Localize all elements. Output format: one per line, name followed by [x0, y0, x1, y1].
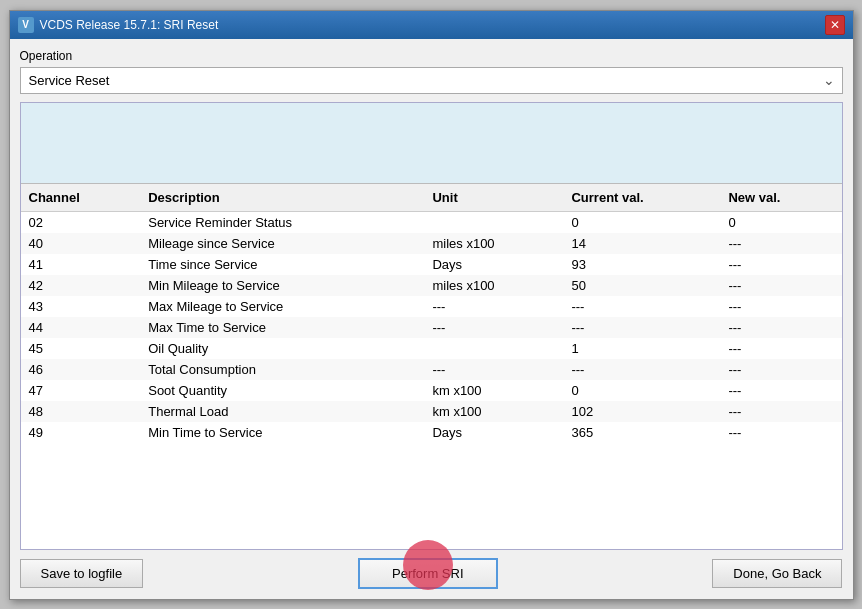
table-row: 49 Min Time to Service Days 365 --- — [21, 422, 842, 443]
cell-current: 50 — [563, 275, 720, 296]
cell-current: 1 — [563, 338, 720, 359]
cell-new: --- — [720, 317, 841, 338]
cell-channel: 41 — [21, 254, 141, 275]
table-row: 44 Max Time to Service --- --- --- — [21, 317, 842, 338]
cell-description: Max Mileage to Service — [140, 296, 424, 317]
table-row: 40 Mileage since Service miles x100 14 -… — [21, 233, 842, 254]
cell-channel: 45 — [21, 338, 141, 359]
cell-unit — [424, 338, 563, 359]
cell-channel: 47 — [21, 380, 141, 401]
cell-current: 0 — [563, 211, 720, 233]
table-row: 02 Service Reminder Status 0 0 — [21, 211, 842, 233]
operation-section: Operation Service Reset ⌄ — [20, 49, 843, 94]
main-window: V VCDS Release 15.7.1: SRI Reset ✕ Opera… — [9, 10, 854, 600]
top-spacer — [21, 103, 842, 183]
cell-new: --- — [720, 275, 841, 296]
cell-channel: 43 — [21, 296, 141, 317]
cell-new: --- — [720, 401, 841, 422]
cell-channel: 02 — [21, 211, 141, 233]
table-row: 41 Time since Service Days 93 --- — [21, 254, 842, 275]
cell-description: Time since Service — [140, 254, 424, 275]
table-row: 46 Total Consumption --- --- --- — [21, 359, 842, 380]
cell-unit: Days — [424, 254, 563, 275]
table-row: 42 Min Mileage to Service miles x100 50 … — [21, 275, 842, 296]
cell-channel: 48 — [21, 401, 141, 422]
table-container[interactable]: Channel Description Unit Current val. Ne… — [21, 183, 842, 549]
cell-description: Mileage since Service — [140, 233, 424, 254]
cell-new: 0 — [720, 211, 841, 233]
cell-current: 0 — [563, 380, 720, 401]
table-row: 47 Soot Quantity km x100 0 --- — [21, 380, 842, 401]
cell-current: --- — [563, 359, 720, 380]
data-table: Channel Description Unit Current val. Ne… — [21, 184, 842, 443]
operation-label: Operation — [20, 49, 843, 63]
cell-unit: km x100 — [424, 380, 563, 401]
cell-channel: 40 — [21, 233, 141, 254]
table-row: 48 Thermal Load km x100 102 --- — [21, 401, 842, 422]
cell-current: 14 — [563, 233, 720, 254]
cell-new: --- — [720, 380, 841, 401]
table-row: 45 Oil Quality 1 --- — [21, 338, 842, 359]
app-icon: V — [18, 17, 34, 33]
cell-new: --- — [720, 296, 841, 317]
cell-current: 365 — [563, 422, 720, 443]
perform-btn-wrapper: Perform SRI — [358, 558, 498, 589]
cell-unit: --- — [424, 296, 563, 317]
cell-current: 102 — [563, 401, 720, 422]
perform-sri-button[interactable]: Perform SRI — [358, 558, 498, 589]
cell-description: Oil Quality — [140, 338, 424, 359]
window-body: Operation Service Reset ⌄ Channel Descri… — [10, 39, 853, 599]
cell-new: --- — [720, 254, 841, 275]
cell-unit: --- — [424, 359, 563, 380]
cell-description: Total Consumption — [140, 359, 424, 380]
footer-buttons: Save to logfile Perform SRI Done, Go Bac… — [20, 558, 843, 589]
col-current: Current val. — [563, 184, 720, 212]
window-title: VCDS Release 15.7.1: SRI Reset — [40, 18, 219, 32]
save-logfile-button[interactable]: Save to logfile — [20, 559, 144, 588]
cell-description: Max Time to Service — [140, 317, 424, 338]
close-button[interactable]: ✕ — [825, 15, 845, 35]
cell-unit: Days — [424, 422, 563, 443]
cell-new: --- — [720, 422, 841, 443]
col-new: New val. — [720, 184, 841, 212]
cell-current: 93 — [563, 254, 720, 275]
table-row: 43 Max Mileage to Service --- --- --- — [21, 296, 842, 317]
operation-dropdown-wrapper: Service Reset ⌄ — [20, 67, 843, 94]
col-channel: Channel — [21, 184, 141, 212]
cell-new: --- — [720, 359, 841, 380]
cell-unit: miles x100 — [424, 233, 563, 254]
title-bar-left: V VCDS Release 15.7.1: SRI Reset — [18, 17, 219, 33]
cell-channel: 49 — [21, 422, 141, 443]
done-go-back-button[interactable]: Done, Go Back — [712, 559, 842, 588]
cell-current: --- — [563, 296, 720, 317]
cell-new: --- — [720, 233, 841, 254]
cell-description: Min Mileage to Service — [140, 275, 424, 296]
cell-current: --- — [563, 317, 720, 338]
col-unit: Unit — [424, 184, 563, 212]
cell-unit: km x100 — [424, 401, 563, 422]
cell-new: --- — [720, 338, 841, 359]
cell-channel: 42 — [21, 275, 141, 296]
cell-unit: --- — [424, 317, 563, 338]
title-bar: V VCDS Release 15.7.1: SRI Reset ✕ — [10, 11, 853, 39]
operation-dropdown[interactable]: Service Reset — [20, 67, 843, 94]
col-description: Description — [140, 184, 424, 212]
table-header-row: Channel Description Unit Current val. Ne… — [21, 184, 842, 212]
content-area: Channel Description Unit Current val. Ne… — [20, 102, 843, 550]
cell-channel: 44 — [21, 317, 141, 338]
cell-channel: 46 — [21, 359, 141, 380]
cell-description: Min Time to Service — [140, 422, 424, 443]
cell-description: Thermal Load — [140, 401, 424, 422]
cell-unit — [424, 211, 563, 233]
cell-description: Soot Quantity — [140, 380, 424, 401]
cell-unit: miles x100 — [424, 275, 563, 296]
cell-description: Service Reminder Status — [140, 211, 424, 233]
